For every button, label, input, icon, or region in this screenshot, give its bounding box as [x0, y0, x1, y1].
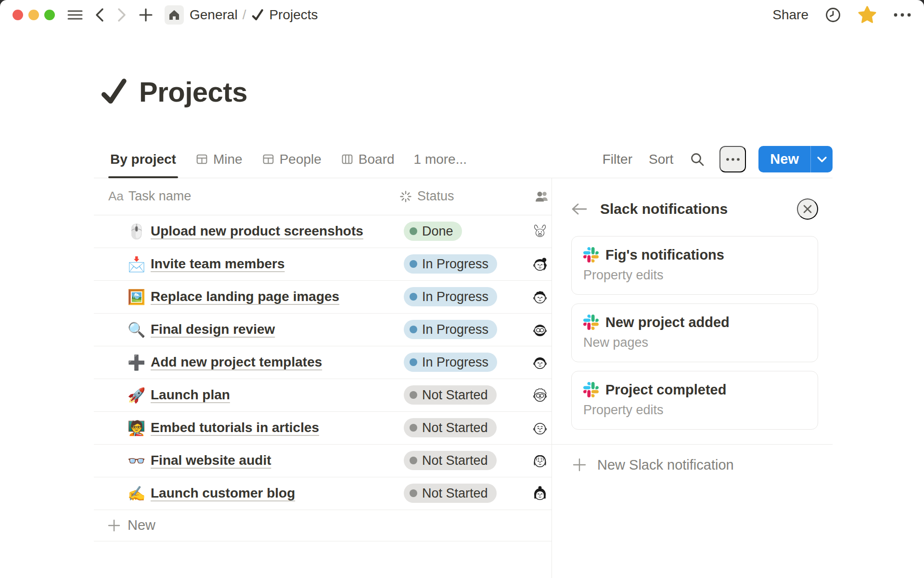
table-header: Aa Task name Status [94, 178, 552, 215]
new-button-label[interactable]: New [758, 146, 810, 172]
view-tab-by-project[interactable]: By project [110, 141, 176, 178]
task-name-link[interactable]: Launch plan [151, 387, 230, 403]
status-pill[interactable]: In Progress [404, 320, 497, 339]
column-people[interactable] [529, 189, 552, 204]
status-dot-icon [410, 358, 417, 366]
breadcrumb-separator: / [243, 7, 246, 23]
notion-window: General / Projects Share [0, 0, 924, 578]
status-property-icon [399, 190, 412, 203]
zoom-window-button[interactable] [44, 10, 55, 20]
plus-icon [572, 458, 587, 472]
avatar[interactable] [530, 353, 550, 372]
status-pill[interactable]: Not Started [404, 451, 497, 470]
view-tab-mine[interactable]: Mine [195, 141, 243, 178]
table-row[interactable]: 🧑‍🏫 Embed tutorials in articles Not Star… [94, 412, 552, 445]
notification-card-subtitle: New pages [583, 335, 806, 350]
notification-card-title: Project completed [605, 382, 726, 398]
favorite-button[interactable] [858, 6, 877, 24]
task-emoji-icon: 🔍 [128, 321, 145, 338]
status-label: Not Started [422, 388, 488, 403]
more-options-button[interactable] [893, 13, 911, 17]
new-task-row[interactable]: New [94, 510, 552, 541]
avatar[interactable] [530, 484, 550, 503]
table-row[interactable]: ➕ Add new project templates In Progress [94, 346, 552, 379]
view-type-icon [262, 153, 275, 166]
close-window-button[interactable] [13, 10, 23, 20]
table-row[interactable]: 🖼️ Replace landing page images In Progre… [94, 281, 552, 314]
updates-button[interactable] [825, 7, 841, 23]
task-name-link[interactable]: Embed tutorials in articles [151, 420, 319, 435]
task-name-link[interactable]: Replace landing page images [151, 289, 339, 304]
chevron-down-icon[interactable] [811, 146, 833, 172]
status-pill[interactable]: In Progress [404, 353, 497, 372]
task-emoji-icon: 🖱️ [128, 223, 145, 240]
panel-back-button[interactable] [571, 203, 588, 215]
status-pill[interactable]: Not Started [404, 385, 497, 405]
view-tab-board[interactable]: Board [341, 141, 395, 178]
view-tab-label: Mine [213, 152, 243, 167]
sidebar-menu-button[interactable] [67, 9, 83, 21]
share-button[interactable]: Share [772, 7, 808, 23]
table-row[interactable]: 📩 Invite team members In Progress [94, 248, 552, 281]
status-pill[interactable]: Done [404, 222, 462, 241]
task-name-link[interactable]: Final design review [151, 322, 275, 337]
traffic-lights [13, 10, 55, 20]
task-name-link[interactable]: Final website audit [151, 453, 271, 468]
task-emoji-icon: 📩 [128, 256, 145, 273]
new-button[interactable]: New [758, 146, 833, 172]
slack-notification-card[interactable]: New project added New pages [571, 303, 818, 362]
task-name-link[interactable]: Upload new product screenshots [151, 223, 363, 239]
task-emoji-icon: ➕ [128, 354, 145, 371]
avatar[interactable] [530, 287, 550, 306]
status-pill[interactable]: Not Started [404, 418, 497, 437]
status-label: In Progress [422, 322, 488, 337]
task-name-link[interactable]: Add new project templates [151, 355, 322, 370]
view-tab-label: By project [110, 152, 176, 167]
home-button[interactable] [165, 5, 184, 25]
breadcrumb-page[interactable]: Projects [269, 7, 318, 23]
new-tab-button[interactable] [139, 8, 153, 22]
new-slack-notification-button[interactable]: New Slack notification [571, 445, 818, 473]
avatar[interactable] [530, 451, 550, 470]
view-tab-1-more-[interactable]: 1 more... [414, 141, 467, 178]
view-more-button[interactable] [719, 146, 746, 172]
slack-notifications-panel: Slack notifications Fig's notifications … [552, 178, 833, 578]
task-name-link[interactable]: Launch customer blog [151, 486, 295, 501]
task-name-link[interactable]: Invite team members [151, 256, 285, 272]
table-row[interactable]: 🔍 Final design review In Progress [94, 314, 552, 346]
table-row[interactable]: ✍️ Launch customer blog Not Started [94, 477, 552, 510]
avatar[interactable] [530, 385, 550, 405]
slack-notification-card[interactable]: Project completed Property edits [571, 371, 818, 430]
search-button[interactable] [690, 152, 705, 167]
status-label: Not Started [422, 420, 488, 435]
view-tab-label: Board [359, 152, 395, 167]
view-controls: By project Mine People Board 1 more... F… [94, 141, 833, 178]
avatar[interactable] [530, 222, 550, 241]
slack-notification-card[interactable]: Fig's notifications Property edits [571, 236, 818, 295]
status-pill[interactable]: Not Started [404, 484, 497, 503]
status-pill[interactable]: In Progress [404, 287, 497, 306]
table-row[interactable]: 🖱️ Upload new product screenshots Done [94, 215, 552, 248]
status-pill[interactable]: In Progress [404, 254, 497, 274]
column-task-name[interactable]: Aa Task name [94, 189, 399, 204]
back-button[interactable] [94, 7, 105, 23]
table-row[interactable]: 🚀 Launch plan Not Started [94, 379, 552, 412]
avatar[interactable] [530, 320, 550, 339]
close-icon [803, 204, 812, 214]
panel-close-button[interactable] [797, 198, 818, 220]
view-tab-people[interactable]: People [262, 141, 321, 178]
table-row[interactable]: 👓 Final website audit Not Started [94, 445, 552, 477]
tasks-table: Aa Task name Status [0, 178, 552, 578]
filter-button[interactable]: Filter [603, 152, 632, 167]
minimize-window-button[interactable] [28, 10, 39, 20]
column-status[interactable]: Status [399, 189, 529, 204]
avatar[interactable] [530, 418, 550, 437]
avatar[interactable] [530, 254, 550, 274]
sort-button[interactable]: Sort [649, 152, 673, 167]
forward-button[interactable] [116, 7, 127, 23]
plus-icon [139, 8, 153, 22]
plus-icon [107, 519, 121, 532]
breadcrumb-section[interactable]: General [190, 7, 238, 23]
breadcrumb: General / Projects [190, 7, 318, 23]
chevron-right-icon [116, 7, 127, 23]
